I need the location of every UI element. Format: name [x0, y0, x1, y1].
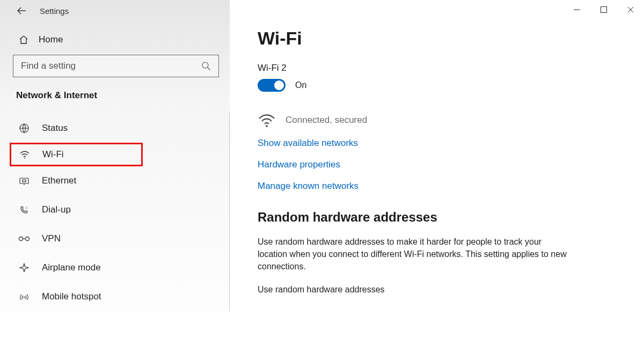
maximize-button[interactable] [590, 0, 617, 19]
svg-point-18 [24, 297, 25, 298]
svg-point-13 [25, 208, 26, 209]
svg-point-12 [27, 207, 27, 207]
link-manage-networks[interactable]: Manage known networks [258, 181, 618, 192]
sidebar-item-label: Ethernet [42, 175, 76, 186]
sidebar-item-vpn[interactable]: VPN [0, 224, 229, 253]
connection-status: Connected, secured [286, 115, 367, 126]
svg-rect-1 [601, 7, 607, 13]
svg-point-4 [202, 62, 208, 68]
svg-point-19 [266, 125, 268, 127]
link-available-networks[interactable]: Show available networks [258, 138, 618, 149]
svg-point-16 [26, 237, 30, 241]
home-nav[interactable]: Home [0, 19, 230, 55]
vpn-icon [18, 233, 30, 245]
back-icon[interactable] [16, 5, 27, 16]
home-label: Home [39, 34, 63, 45]
sidebar-item-dialup[interactable]: Dial-up [0, 195, 229, 224]
search-icon [201, 61, 211, 71]
svg-point-14 [27, 208, 27, 209]
sidebar-item-label: Wi-Fi [42, 149, 64, 160]
search-input[interactable] [21, 61, 201, 71]
random-addresses-body: Use random hardware addresses to make it… [258, 236, 569, 273]
wifi-signal-icon [258, 112, 276, 128]
link-hardware-properties[interactable]: Hardware properties [258, 159, 618, 170]
page-title: Wi-Fi [258, 28, 618, 49]
svg-rect-8 [20, 178, 28, 183]
random-addresses-heading: Random hardware addresses [258, 210, 618, 225]
sidebar-item-wifi[interactable]: Wi-Fi [10, 143, 143, 166]
home-icon [18, 34, 29, 45]
search-input-wrap[interactable] [13, 55, 219, 77]
sidebar-item-label: Mobile hotspot [42, 291, 101, 302]
sidebar-item-status[interactable]: Status [0, 114, 229, 143]
airplane-icon [18, 262, 30, 274]
ethernet-icon [18, 175, 30, 187]
sidebar-item-label: Airplane mode [42, 262, 101, 273]
sidebar-item-label: Status [42, 123, 68, 134]
sidebar-item-label: VPN [42, 233, 61, 244]
close-button[interactable] [617, 0, 644, 19]
phone-icon [18, 204, 30, 216]
category-heading: Network & Internet [0, 90, 230, 113]
hotspot-icon [18, 291, 30, 303]
minimize-button[interactable] [564, 0, 590, 19]
wifi-icon [19, 149, 31, 160]
svg-point-7 [24, 158, 25, 159]
sidebar-item-hotspot[interactable]: Mobile hotspot [0, 282, 229, 311]
sidebar-item-airplane[interactable]: Airplane mode [0, 253, 229, 282]
wifi-toggle[interactable] [258, 79, 286, 92]
sidebar-item-ethernet[interactable]: Ethernet [0, 166, 229, 195]
svg-point-15 [19, 237, 23, 241]
svg-line-5 [208, 68, 210, 70]
sidebar-item-label: Dial-up [42, 204, 71, 215]
toggle-state-label: On [295, 80, 306, 90]
adapter-name: Wi-Fi 2 [258, 63, 618, 74]
svg-rect-9 [23, 180, 26, 182]
window-title: Settings [40, 6, 69, 16]
random-addresses-sublabel: Use random hardware addresses [258, 285, 618, 295]
svg-point-11 [25, 207, 26, 207]
globe-icon [18, 122, 30, 134]
